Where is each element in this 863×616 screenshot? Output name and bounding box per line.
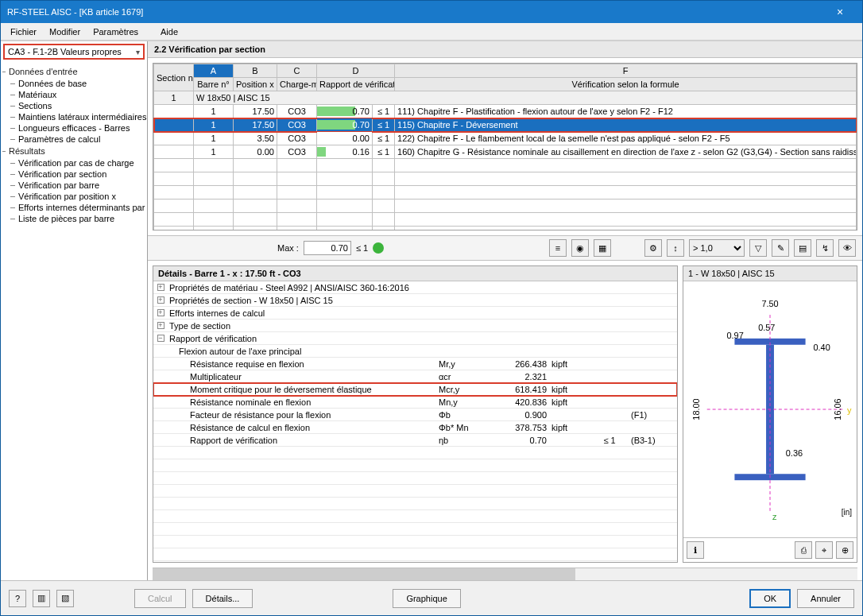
details-row[interactable]: −Rapport de vérification [153,332,677,345]
section-title: 2.2 Vérification par section [148,41,862,58]
menu-aide[interactable]: Aide [154,25,184,38]
details-panel: Détails - Barre 1 - x : 17.50 ft - CO3 +… [153,265,678,563]
tree-item[interactable]: Efforts internes déterminants par barre [1,202,147,213]
grid-icon[interactable]: ▦ [594,239,611,257]
col-F[interactable]: F [395,64,857,78]
globe-icon[interactable]: ◉ [571,239,589,257]
ok-button[interactable]: OK [749,589,791,608]
table-row[interactable]: 10.00CO30.16≤ 1160) Chapitre G - Résista… [154,145,857,159]
filter2-icon[interactable]: ▽ [749,239,767,257]
preview-panel: 1 - W 18x50 | AISC 15 y z [683,265,857,563]
svg-text:y: y [847,405,852,415]
col-charge: Charge-ment [277,78,317,91]
svg-text:0.36: 0.36 [786,448,803,458]
table-row[interactable]: 117.50CO30.70≤ 1115) Chapitre F - Dévers… [154,118,857,132]
tree-item[interactable]: Vérification par section [1,169,147,180]
zoom-icon[interactable]: ⊕ [836,541,853,559]
max-label: Max : [277,243,299,253]
preview-title: 1 - W 18x50 | AISC 15 [683,266,857,281]
menu-parametres[interactable]: Paramètres [87,25,145,38]
details-button[interactable]: Détails... [192,589,253,608]
right-panel: 2.2 Vérification par section Section n° … [148,41,862,580]
titlebar: RF-STEEL AISC - [KB article 1679] × [1,1,862,23]
details-row[interactable]: Résistance de calcul en flexionΦb* Mn378… [153,421,677,434]
preview-canvas: y z 7.50 18.00 0.40 0.36 0.97 0.57 16.06… [683,281,857,537]
calcul-button[interactable]: Calcul [134,589,186,608]
print-icon[interactable]: ⎙ [795,541,812,559]
table-row[interactable]: 13.50CO30.00≤ 1122) Chapitre F - Le flam… [154,132,857,145]
settings-icon[interactable]: ⚙ [644,239,662,257]
details-row[interactable]: +Efforts internes de calcul [153,307,677,320]
preview-unit: [in] [842,508,852,517]
details-row-critical-moment[interactable]: Moment critique pour le déversement élas… [153,383,677,396]
tree-item[interactable]: Vérification par cas de charge [1,157,147,169]
details-row[interactable]: Rapport de vérificationηb0.70≤ 1(B3-1) [153,434,677,447]
menu-fichier[interactable]: Fichier [4,25,43,38]
axes-icon[interactable]: ⌖ [815,541,833,559]
section-header-row[interactable]: 1 W 18x50 | AISC 15 [154,91,857,105]
table-row[interactable]: 117.50CO30.70≤ 1111) Chapitre F - Plasti… [154,105,857,118]
col-A[interactable]: A [194,64,234,78]
col-formula: Vérification selon la formule [395,78,857,91]
tree-group-results[interactable]: Résultats [1,145,147,157]
max-row: Max : ≤ 1 ≡ ◉ ▦ ⚙ ↕ > 1,0 ▽ ✎ ▤ ↯ 👁 [148,235,862,260]
eye-icon[interactable]: 👁 [838,239,856,257]
bb-tool1-icon[interactable]: ▥ [33,590,50,607]
col-D[interactable]: D [317,64,395,78]
annuler-button[interactable]: Annuler [797,589,854,608]
col-C[interactable]: C [277,64,317,78]
col-B[interactable]: B [234,64,277,78]
h-scrollbar[interactable] [153,568,857,580]
tree-item[interactable]: Maintiens latéraux intermédiaires [1,111,147,122]
tree-item[interactable]: Matériaux [1,89,147,100]
details-row[interactable]: Facteur de résistance pour la flexionΦb0… [153,409,677,421]
details-row[interactable]: +Propriétés de section - W 18x50 | AISC … [153,294,677,307]
details-row[interactable]: Résistance nominale en flexionMn,y420.83… [153,396,677,409]
tool1-icon[interactable]: ✎ [772,239,789,257]
case-combo[interactable]: CA3 - F.1-2B Valeurs propres ▾ [3,44,145,60]
left-panel: CA3 - F.1-2B Valeurs propres ▾ Données d… [1,41,148,580]
svg-text:0.57: 0.57 [758,323,775,332]
tree-item[interactable]: Vérification par position x [1,191,147,202]
nav-tree: Données d'entrée Données de baseMatériau… [1,62,147,580]
filter-icon[interactable]: ≡ [549,239,567,257]
tree-item[interactable]: Vérification par barre [1,180,147,191]
menubar: Fichier Modifier Paramètres Aide [1,23,862,41]
tree-item[interactable]: Liste de pièces par barre [1,213,147,224]
info-icon[interactable]: ℹ [687,541,704,559]
tree-group-input[interactable]: Données d'entrée [1,65,147,78]
col-barre: Barre n° [194,78,234,91]
window-title: RF-STEEL AISC - [KB article 1679] [7,7,824,17]
svg-text:16.06: 16.06 [833,398,842,420]
app-window: RF-STEEL AISC - [KB article 1679] × Fich… [0,0,863,616]
details-row[interactable]: +Type de section [153,320,677,332]
svg-text:z: z [772,512,777,521]
details-title: Détails - Barre 1 - x : 17.50 ft - CO3 [153,266,677,281]
menu-modifier[interactable]: Modifier [43,25,87,38]
chevron-down-icon: ▾ [136,48,140,56]
tree-item[interactable]: Paramètres de calcul [1,134,147,145]
tool3-icon[interactable]: ↯ [816,239,834,257]
tree-item[interactable]: Longueurs efficaces - Barres [1,122,147,134]
svg-text:0.40: 0.40 [814,343,830,352]
bb-tool2-icon[interactable]: ▧ [56,590,74,607]
close-icon[interactable]: × [824,6,856,18]
max-le: ≤ 1 [356,243,368,253]
details-row[interactable]: Multiplicateurαcr2.321 [153,370,677,383]
col-position: Position x [ft] [234,78,277,91]
graphique-button[interactable]: Graphique [393,589,460,608]
help-icon[interactable]: ? [9,590,26,607]
details-row[interactable]: Résistance requise en flexionMr,y266.438… [153,358,677,370]
tree-item[interactable]: Données de base [1,78,147,89]
bottom-bar: ? ▥ ▧ Calcul Détails... Graphique OK Ann… [1,580,862,615]
tree-item[interactable]: Sections [1,100,147,111]
scale-select[interactable]: > 1,0 [689,239,745,257]
details-row[interactable]: +Propriétés de matériau - Steel A992 | A… [153,281,677,294]
sort-icon[interactable]: ↕ [667,239,684,257]
case-combo-value: CA3 - F.1-2B Valeurs propres [8,47,122,56]
details-row[interactable]: Flexion autour de l'axe principal [153,345,677,358]
max-value-input[interactable] [304,241,351,255]
status-ok-icon [373,242,384,254]
col-rapport: Rapport de vérification [317,78,395,91]
export-icon[interactable]: ▤ [794,239,811,257]
